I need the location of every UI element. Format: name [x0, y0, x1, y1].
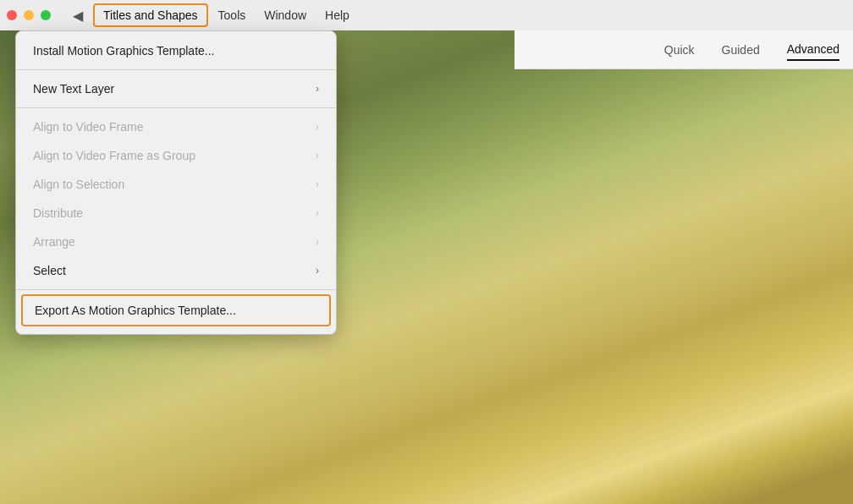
chevron-right-icon: › [316, 150, 319, 162]
maximize-button[interactable] [41, 10, 51, 20]
tab-guided[interactable]: Guided [722, 40, 760, 60]
menu-item-window[interactable]: Window [256, 5, 315, 25]
menu-align-to-video-frame-as-group-label: Align to Video Frame as Group [33, 149, 195, 162]
menu-arrange-label: Arrange [33, 235, 75, 249]
menu-export-as-motion-graphics[interactable]: Export As Motion Graphics Template... [21, 294, 331, 326]
menu-distribute: Distribute › [16, 199, 336, 227]
menu-distribute-label: Distribute [33, 206, 83, 220]
chevron-right-icon: › [316, 83, 319, 95]
tab-advanced[interactable]: Advanced [787, 39, 839, 61]
separator-2 [16, 107, 336, 108]
menu-select-label: Select [33, 264, 66, 277]
menu-item-prev[interactable]: ◀ [64, 4, 91, 27]
menu-install-motion-graphics-label: Install Motion Graphics Template... [33, 44, 215, 58]
tab-quick[interactable]: Quick [664, 40, 695, 60]
chevron-right-icon: › [316, 121, 319, 133]
chevron-right-icon: › [316, 236, 319, 248]
menu-item-help[interactable]: Help [316, 5, 358, 25]
tab-bar: Quick Guided Advanced [515, 30, 853, 69]
menu-item-titles-and-shapes[interactable]: Titles and Shapes [93, 3, 208, 27]
separator-1 [16, 69, 336, 70]
chevron-right-icon: › [316, 207, 319, 219]
menu-install-motion-graphics[interactable]: Install Motion Graphics Template... [16, 36, 336, 65]
menu-align-to-selection: Align to Selection › [16, 170, 336, 199]
menu-select[interactable]: Select › [16, 256, 336, 285]
menu-arrange: Arrange › [16, 227, 336, 256]
menu-new-text-layer[interactable]: New Text Layer › [16, 74, 336, 103]
chevron-right-icon: › [316, 178, 319, 190]
chevron-right-icon: › [316, 265, 319, 277]
menu-align-to-video-frame-as-group: Align to Video Frame as Group › [16, 141, 336, 170]
separator-3 [16, 289, 336, 290]
menu-export-as-motion-graphics-label: Export As Motion Graphics Template... [35, 304, 236, 317]
title-bar: ◀ Titles and Shapes Tools Window Help [0, 0, 853, 30]
minimize-button[interactable] [24, 10, 34, 20]
menu-align-to-selection-label: Align to Selection [33, 178, 124, 191]
menu-item-tools[interactable]: Tools [210, 5, 255, 25]
menu-align-to-video-frame-label: Align to Video Frame [33, 120, 143, 134]
close-button[interactable] [7, 10, 17, 20]
menu-align-to-video-frame: Align to Video Frame › [16, 112, 336, 141]
dropdown-menu: Install Motion Graphics Template... New … [15, 30, 337, 335]
menu-new-text-layer-label: New Text Layer [33, 82, 114, 96]
